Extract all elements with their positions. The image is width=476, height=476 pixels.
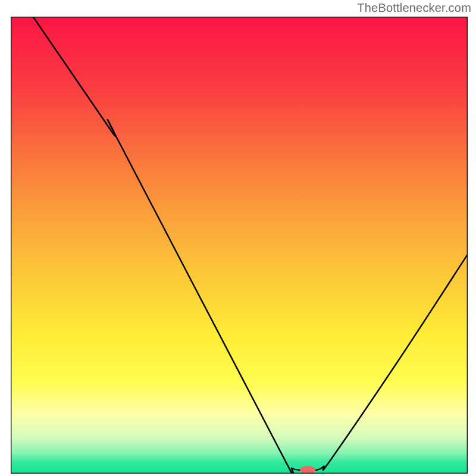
chart-svg [11,17,468,474]
plot-area [11,17,468,474]
watermark-text: TheBottlenecker.com [357,1,471,15]
chart-container: TheBottlenecker.com [0,0,476,476]
